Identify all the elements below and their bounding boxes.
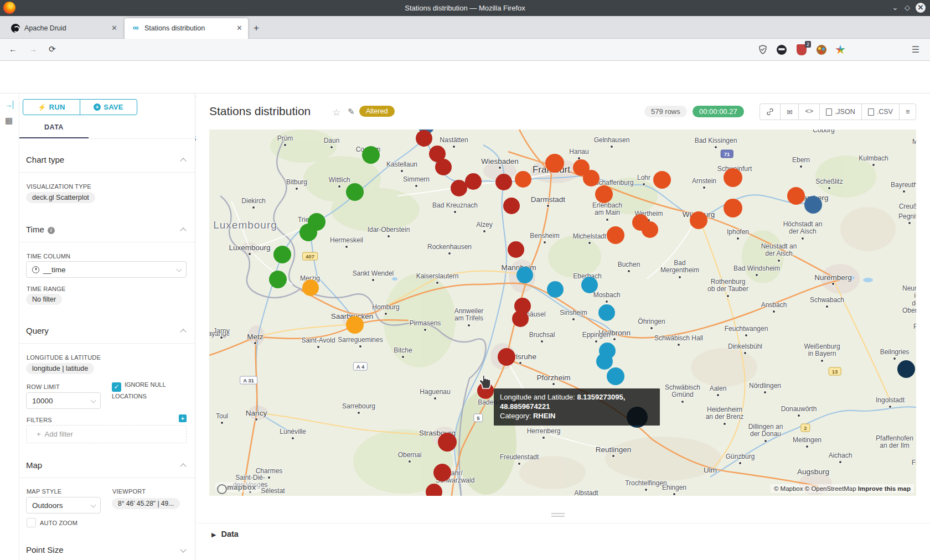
chevron-up-icon[interactable] bbox=[180, 329, 186, 335]
map-point[interactable] bbox=[346, 316, 364, 334]
map-style-select[interactable]: Outdoors bbox=[26, 497, 101, 514]
tab-stations-distribution[interactable]: ∞ Stations distribution ✕ bbox=[125, 18, 248, 39]
map-point[interactable] bbox=[787, 187, 805, 205]
map-point[interactable] bbox=[495, 174, 512, 190]
section-point-size[interactable]: Point Size bbox=[26, 545, 64, 554]
run-button[interactable]: ⚡RUN bbox=[23, 100, 80, 115]
map-point[interactable] bbox=[435, 159, 452, 175]
expand-panel-icon[interactable]: →​ bbox=[5, 101, 13, 109]
map-point[interactable] bbox=[503, 198, 520, 214]
map-point[interactable] bbox=[269, 271, 287, 288]
edit-pencil-icon[interactable]: ✎ bbox=[348, 107, 355, 117]
email-button[interactable]: ✉ bbox=[780, 104, 798, 120]
add-filter-plus-button[interactable]: + bbox=[179, 414, 187, 422]
tab-close-icon[interactable]: ✕ bbox=[236, 24, 242, 32]
map-point[interactable] bbox=[465, 173, 482, 190]
colorful-extension-icon[interactable] bbox=[834, 43, 847, 56]
data-panel-toggle[interactable]: ▶Data bbox=[211, 530, 239, 538]
map-point[interactable] bbox=[690, 211, 707, 229]
mapbox-logo[interactable]: mapbox bbox=[215, 482, 262, 492]
embed-code-button[interactable]: <> bbox=[798, 104, 819, 120]
map-point[interactable] bbox=[581, 277, 598, 293]
map-point[interactable] bbox=[583, 170, 600, 186]
map-point[interactable] bbox=[897, 360, 915, 378]
viewport-pill[interactable]: 8° 46' 45.28" | 49... bbox=[112, 498, 180, 509]
map-city-dot bbox=[292, 437, 294, 439]
chevron-down-icon[interactable] bbox=[180, 546, 186, 552]
map-point[interactable] bbox=[724, 168, 742, 187]
map-point[interactable] bbox=[653, 171, 671, 189]
map-point[interactable] bbox=[362, 146, 380, 164]
map-point[interactable] bbox=[547, 281, 564, 298]
row-limit-select[interactable]: 10000 bbox=[26, 392, 101, 409]
section-query[interactable]: Query bbox=[26, 326, 49, 335]
map-point[interactable] bbox=[607, 226, 624, 244]
save-button[interactable]: +SAVE bbox=[80, 100, 137, 115]
map-point[interactable] bbox=[804, 196, 822, 214]
map-point[interactable] bbox=[302, 279, 319, 296]
map-point[interactable] bbox=[595, 185, 613, 203]
section-map[interactable]: Map bbox=[26, 460, 42, 470]
map-point[interactable] bbox=[512, 310, 529, 327]
map-point[interactable] bbox=[598, 304, 615, 321]
back-button[interactable]: ← bbox=[9, 44, 17, 54]
map-point[interactable] bbox=[607, 367, 624, 385]
map-point[interactable] bbox=[642, 221, 658, 238]
auto-zoom-checkbox[interactable] bbox=[27, 518, 36, 527]
map-point[interactable] bbox=[516, 267, 533, 283]
tab-data[interactable]: DATA bbox=[44, 123, 64, 131]
share-link-button[interactable] bbox=[760, 104, 780, 120]
menu-hamburger-icon[interactable]: ☰ bbox=[909, 43, 922, 56]
chevron-up-icon[interactable] bbox=[180, 227, 186, 234]
favorite-star-icon[interactable]: ☆ bbox=[332, 107, 340, 118]
window-titlebar[interactable]: Stations distribution — Mozilla Firefox … bbox=[0, 0, 930, 16]
close-icon[interactable]: ✕ bbox=[916, 3, 926, 13]
tab-close-icon[interactable]: ✕ bbox=[111, 24, 117, 32]
chevron-up-icon[interactable] bbox=[180, 158, 186, 164]
osm-attrib-link[interactable]: © OpenStreetMap bbox=[805, 485, 858, 492]
export-csv-button[interactable]: .CSV bbox=[861, 104, 899, 120]
map-point[interactable] bbox=[596, 353, 613, 370]
map-point[interactable] bbox=[346, 183, 364, 201]
improve-map-link[interactable]: Improve this map bbox=[858, 485, 911, 492]
map-point[interactable] bbox=[299, 224, 317, 241]
mapbox-attrib-link[interactable]: © Mapbox bbox=[774, 485, 805, 492]
lonlat-pill[interactable]: longitude | latitude bbox=[26, 363, 94, 374]
new-tab-button[interactable]: + bbox=[254, 23, 259, 34]
map-point[interactable] bbox=[426, 484, 442, 496]
pocket-shield-icon[interactable] bbox=[756, 43, 769, 56]
map-city-dot bbox=[359, 345, 361, 348]
time-range-pill[interactable]: No filter bbox=[26, 294, 62, 305]
ublock-icon[interactable]: 2 bbox=[795, 43, 808, 56]
map-point[interactable] bbox=[724, 199, 742, 217]
panel-resize-handle[interactable] bbox=[551, 513, 565, 517]
reload-button[interactable]: ⟳ bbox=[49, 44, 56, 54]
chart-menu-button[interactable]: ≡ bbox=[899, 104, 916, 120]
time-column-select[interactable]: __time bbox=[26, 261, 187, 278]
map-city-dot bbox=[388, 235, 390, 237]
section-chart-type[interactable]: Chart type bbox=[26, 155, 64, 164]
minimize-icon[interactable]: ⌄ bbox=[890, 3, 900, 13]
chart-title: Stations distribution bbox=[209, 105, 311, 118]
maximize-icon[interactable]: ◇ bbox=[902, 3, 912, 13]
map-point[interactable] bbox=[438, 433, 457, 452]
map-canvas[interactable]: PrümDaunCochemNastättenKastellaunBitburg… bbox=[209, 129, 916, 496]
map-point[interactable] bbox=[498, 348, 515, 366]
map-point[interactable] bbox=[515, 171, 531, 188]
ignore-null-checkbox[interactable]: ✓ bbox=[112, 382, 121, 392]
account-mask-icon[interactable] bbox=[775, 43, 788, 56]
add-filter-box[interactable]: +Add filter bbox=[26, 425, 187, 443]
map-point[interactable] bbox=[433, 464, 451, 481]
chevron-up-icon[interactable] bbox=[180, 463, 186, 469]
datasource-grid-icon[interactable]: ▦ bbox=[5, 116, 13, 126]
palette-extension-icon[interactable] bbox=[815, 43, 828, 56]
map-point[interactable] bbox=[545, 154, 564, 173]
viz-type-pill[interactable]: deck.gl Scatterplot bbox=[26, 192, 95, 203]
tab-apache-druid[interactable]: Apache Druid ✕ bbox=[4, 18, 123, 39]
section-time[interactable]: Timei bbox=[26, 225, 55, 234]
forward-button[interactable]: → bbox=[29, 44, 37, 54]
map-point[interactable] bbox=[273, 246, 291, 263]
map-point[interactable] bbox=[508, 241, 524, 258]
export-json-button[interactable]: .JSON bbox=[819, 104, 861, 120]
map-point[interactable] bbox=[416, 130, 432, 147]
